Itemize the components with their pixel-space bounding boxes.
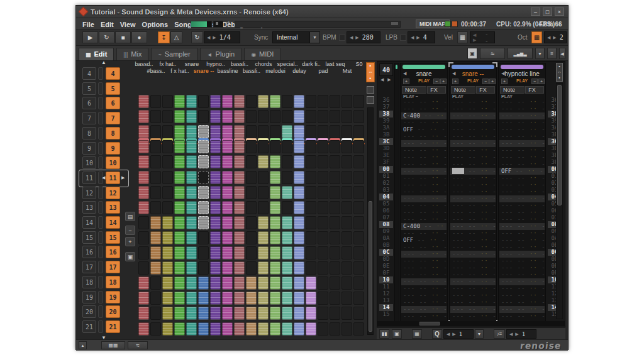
pattern-row[interactable]: --- -- ·· ---- [401, 168, 447, 175]
matrix-cell-empty[interactable] [353, 201, 364, 214]
track-color-bar[interactable] [501, 65, 543, 69]
pattern-row[interactable]: --- -- ·· ---- [499, 237, 545, 244]
sequence-left-arrow-icon[interactable]: ◀ [102, 175, 105, 180]
edit-step-icon[interactable]: ♪≡ [494, 329, 505, 339]
matrix-track-name[interactable]: f x hat.. [170, 68, 189, 74]
matrix-cell-empty[interactable] [341, 171, 352, 184]
pattern-row[interactable]: --- -- ·· ---- [401, 306, 447, 313]
single-track-mode-button[interactable]: ▮▮ [379, 329, 389, 339]
pattern-row[interactable]: --- -- ·· ---- [401, 161, 447, 168]
envelope-button[interactable]: ▣ [467, 48, 477, 59]
matrix-cell-alias[interactable] [258, 216, 269, 229]
matrix-cell-empty[interactable] [258, 125, 269, 138]
matrix-cell-empty[interactable] [282, 95, 292, 108]
pattern-row[interactable]: --- -- ·· ---- [450, 265, 496, 271]
matrix-cell-alias[interactable] [186, 95, 197, 108]
matrix-cell-alias[interactable] [282, 231, 292, 244]
menu-view[interactable]: View [120, 19, 136, 28]
song-position-scrollbar[interactable] [235, 21, 401, 28]
pattern-row[interactable]: --- -- ·· ---- [401, 271, 447, 278]
track-add-button[interactable]: + [440, 79, 447, 84]
track-add-column-button[interactable]: + [501, 79, 508, 84]
matrix-cell-alias[interactable] [258, 231, 269, 244]
sequence-position[interactable]: 18 [82, 276, 96, 288]
sequence-schedule-box[interactable] [98, 97, 103, 109]
matrix-cell-alias[interactable] [210, 110, 221, 123]
matrix-cell-alias[interactable] [150, 216, 161, 229]
master-pan-slider[interactable] [213, 21, 223, 28]
matrix-cell-alias[interactable] [222, 231, 233, 244]
matrix-cell-alias[interactable] [150, 231, 161, 244]
sequence-schedule-box[interactable] [98, 82, 103, 95]
matrix-cell-empty[interactable] [341, 125, 352, 138]
pattern-slot[interactable]: 13 [106, 201, 120, 214]
matrix-cell-alias[interactable] [210, 95, 221, 108]
matrix-cell-empty[interactable] [318, 171, 328, 184]
pattern-slot[interactable]: 16 [106, 246, 120, 258]
pattern-row[interactable]: --- -- ·· ---- [401, 292, 447, 299]
velocity-spinner[interactable]: ◀ ▶ -- [470, 31, 495, 43]
pattern-row[interactable]: --- -- ·· ---- [499, 188, 545, 195]
matrix-cell-alias[interactable] [174, 140, 185, 153]
editor-hscroll-handle[interactable] [419, 322, 440, 325]
pattern-row[interactable]: --- -- ·· ---- [450, 175, 496, 182]
note-column-header[interactable]: Note [451, 86, 475, 94]
matrix-cell-alias[interactable] [186, 140, 197, 153]
matrix-cell-alias[interactable] [162, 216, 173, 229]
matrix-cell-alias[interactable] [222, 307, 233, 320]
matrix-cell-empty[interactable] [330, 125, 340, 138]
sequencer-scroll-up-icon[interactable]: ▲ [101, 60, 106, 65]
matrix-cell-alias[interactable] [234, 322, 245, 336]
matrix-cell-alias[interactable] [234, 95, 245, 108]
sequence-position[interactable]: 17 [82, 261, 96, 273]
pattern-row[interactable]: --- -- ·· ---- [450, 299, 496, 306]
pattern-row[interactable]: --- -- ·· ---- [450, 313, 496, 320]
matrix-cell-empty[interactable] [306, 231, 316, 244]
matrix-cell-selected[interactable] [198, 186, 209, 199]
matrix-cell-empty[interactable] [246, 110, 257, 123]
note-column-header[interactable]: Note [500, 86, 525, 94]
sequence-position[interactable]: 10 [82, 156, 96, 169]
matrix-cell-empty[interactable] [258, 186, 269, 199]
matrix-cell-alias[interactable] [222, 125, 233, 138]
sequence-position[interactable]: 21 [82, 320, 96, 333]
matrix-cell-empty[interactable] [341, 201, 352, 214]
track-name[interactable]: hypnotic line [499, 70, 545, 77]
pattern-row[interactable]: --- -- ·· ---- [499, 216, 545, 223]
lpb-automation-box[interactable] [400, 35, 406, 41]
sequence-schedule-box[interactable] [98, 320, 103, 333]
matrix-cell-alias[interactable] [210, 246, 221, 259]
matrix-track-name[interactable]: pad [318, 68, 328, 74]
matrix-cell-alias[interactable] [270, 216, 280, 229]
matrix-cell-alias[interactable] [210, 261, 221, 275]
matrix-cell-empty[interactable] [198, 110, 209, 123]
pattern-row[interactable]: --- -- ·· ---- [450, 147, 496, 154]
pattern-row[interactable]: --- -- ·· ---- [401, 209, 447, 216]
pattern-slot[interactable]: 5 [106, 82, 120, 95]
matrix-cell-empty[interactable] [330, 246, 340, 259]
minimize-button[interactable]: – [531, 8, 540, 16]
pattern-row[interactable]: --- -- ·· ---- [499, 112, 545, 119]
matrix-cell-empty[interactable] [341, 261, 352, 275]
matrix-cell-selected-empty[interactable] [198, 171, 209, 184]
sequence-schedule-box[interactable] [98, 67, 103, 80]
track-remove-button[interactable]: − [531, 79, 538, 84]
matrix-cell-alias[interactable] [186, 125, 197, 138]
matrix-cell-alias[interactable] [258, 276, 269, 290]
matrix-cell-alias[interactable] [246, 276, 257, 290]
pattern-row[interactable]: --- -- ·· ---- [401, 202, 447, 209]
matrix-cell-alias[interactable] [222, 246, 233, 259]
pattern-row[interactable]: --- -- ·· ---- [401, 195, 447, 202]
matrix-track-name[interactable]: Mst [343, 68, 352, 74]
pattern-row[interactable]: --- -- ·· ---- [450, 258, 496, 265]
pattern-row[interactable]: --- -- ·· ---- [450, 251, 496, 258]
matrix-cell-alias[interactable] [294, 322, 304, 336]
matrix-cell-alias[interactable] [174, 125, 185, 138]
matrix-cell-alias[interactable] [138, 171, 149, 184]
matrix-cell-alias[interactable] [234, 186, 245, 199]
sequence-position[interactable]: 9 [82, 142, 96, 155]
matrix-cell-alias[interactable] [270, 201, 280, 214]
matrix-cell-empty[interactable] [330, 216, 340, 229]
pattern-row[interactable]: --- -- ·· ---- [499, 299, 545, 306]
pattern-row[interactable]: --- -- ·· ---- [450, 244, 496, 251]
